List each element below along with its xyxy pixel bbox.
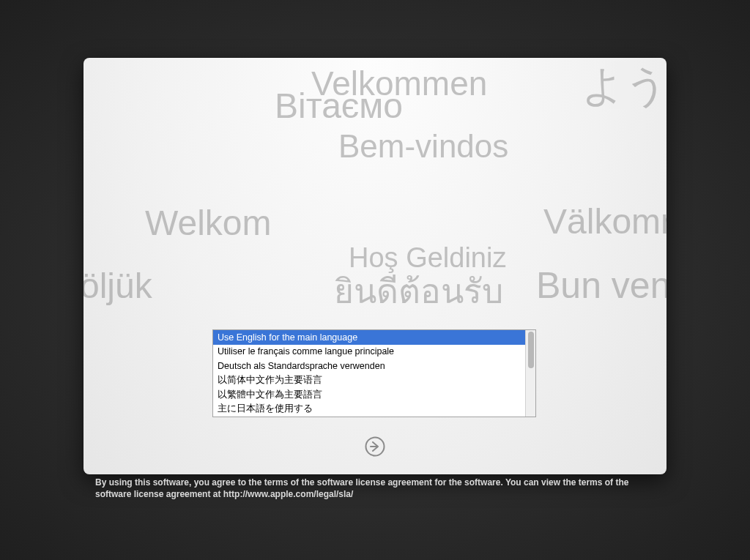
welcome-word: Bun ven — [536, 264, 667, 307]
language-list-viewport: Use English for the main language Utilis… — [213, 330, 525, 417]
list-item[interactable]: 以繁體中文作為主要語言 — [213, 387, 525, 402]
list-item[interactable]: Usar español como idioma principal — [213, 416, 525, 417]
arrow-right-circle-icon — [364, 436, 386, 458]
list-item[interactable]: Use English for the main language — [213, 330, 525, 345]
welcome-word: ยินดีต้อนรับ — [334, 264, 503, 318]
list-item[interactable]: 以简体中文作为主要语言 — [213, 373, 525, 388]
language-listbox[interactable]: Use English for the main language Utilis… — [212, 329, 536, 417]
scrollbar-thumb[interactable] — [528, 332, 534, 368]
legal-text: By using this software, you agree to the… — [95, 477, 667, 500]
list-item[interactable]: 主に日本語を使用する — [213, 402, 525, 417]
welcome-word: ようこ — [582, 58, 667, 115]
welcome-word: öljük — [83, 266, 152, 306]
list-item[interactable]: Deutsch als Standardsprache verwenden — [213, 359, 525, 373]
welcome-word: Welkom — [145, 203, 271, 243]
scrollbar[interactable] — [525, 330, 535, 417]
next-button[interactable] — [363, 435, 387, 458]
welcome-word: Вітаємо — [275, 86, 403, 126]
welcome-panel: VelkommenようこВітаємоBem-vindosWelkomVälko… — [83, 58, 667, 474]
list-item[interactable]: Utiliser le français comme langue princi… — [213, 345, 525, 359]
welcome-word: Välkomr — [543, 201, 667, 242]
welcome-word: Bem-vindos — [338, 128, 508, 165]
